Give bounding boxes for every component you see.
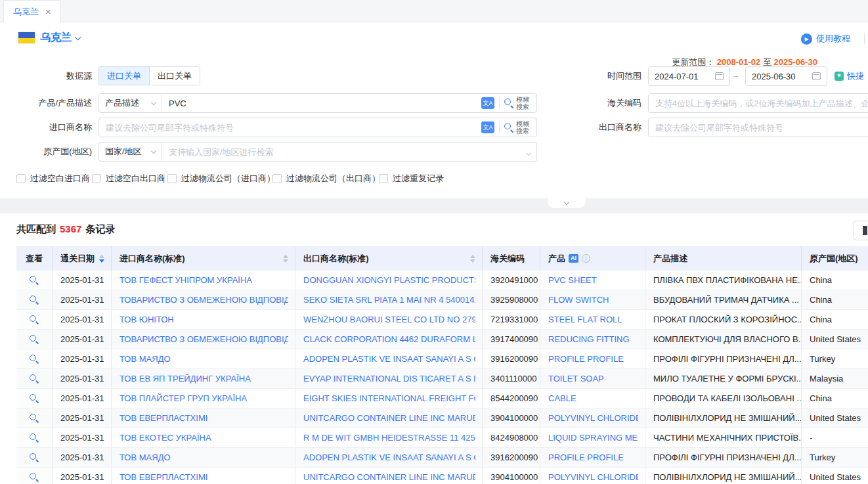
exporter-link[interactable]: EVYAP INTERNATIONAL DIS TICARET A S IS..… — [303, 374, 475, 384]
fuzzy-search-button[interactable]: 模糊搜索 — [504, 120, 532, 135]
exporter-link[interactable]: DONGGUAN XIONGYI PLASTIC PRODUCTS ... — [303, 275, 475, 285]
importer-name-input[interactable] — [99, 118, 481, 137]
quick-range-button[interactable]: ＊ 快捷 — [835, 66, 864, 86]
product-label: 产品/产品描述 — [0, 93, 92, 113]
checkbox-filter-blank-exporter[interactable]: 过滤空白出口商 — [92, 173, 165, 185]
country-dropdown-icon[interactable] — [75, 34, 81, 41]
hs-code-input[interactable] — [648, 93, 868, 113]
exporter-link[interactable]: R M DE WIT GMBH HEIDESTRASSE 11 4254... — [303, 433, 475, 443]
checkbox-icon[interactable] — [272, 174, 282, 183]
exporter-link[interactable]: CLACK CORPORATION 4462 DURAFORM L... — [303, 334, 475, 344]
country-title[interactable]: 乌克兰 — [40, 31, 72, 45]
exporter-link[interactable]: WENZHOU BAORUI STEEL CO LTD NO 2792... — [303, 315, 475, 324]
checkbox-icon[interactable] — [92, 174, 101, 183]
import-declarations-option[interactable]: 进口关单 — [99, 67, 149, 85]
product-type-select[interactable]: 产品描述 — [99, 94, 162, 112]
exporter-name-input[interactable] — [648, 118, 868, 137]
view-row-icon[interactable] — [30, 315, 39, 324]
checkbox-filter-duplicates[interactable]: 过滤重复记录 — [379, 173, 444, 185]
product-link[interactable]: FLOW SWITCH — [548, 295, 609, 305]
importer-link[interactable]: ТОВ ЮНІТОН — [119, 315, 174, 324]
column-header-importer[interactable]: 进口商名称(标准) — [112, 246, 295, 271]
origin-country-input[interactable] — [162, 143, 527, 161]
column-header-product[interactable]: 产品 AI i — [540, 246, 645, 271]
translate-icon[interactable]: 文A — [481, 121, 494, 133]
exporter-link[interactable]: EIGHT SKIES INTERNATIONAL FREIGHT FOR... — [303, 393, 475, 403]
product-link[interactable]: PROFILE PROFILE — [548, 452, 624, 462]
product-link[interactable]: LIQUID SPRAYING ME... — [548, 433, 638, 443]
product-link[interactable]: STEEL FLAT ROLL — [548, 315, 622, 324]
origin-dropdown-icon[interactable] — [527, 147, 531, 157]
calendar-icon[interactable] — [715, 72, 724, 80]
translate-icon[interactable]: 文A — [481, 97, 494, 109]
collapse-filters-button[interactable] — [548, 198, 586, 208]
exporter-link[interactable]: ADOPEN PLASTIK VE INSAAT SANAYI A S O... — [303, 452, 475, 462]
chevron-down-icon — [564, 199, 569, 204]
divider — [499, 122, 500, 133]
importer-link[interactable]: ТОВ ГЕФЕСТ УНІПРОМ УКРАЇНА — [119, 275, 252, 285]
checkbox-filter-logistics-importer[interactable]: 过滤物流公司（进口商） — [167, 173, 275, 185]
importer-link[interactable]: ТОВ МАЯДО — [119, 452, 171, 462]
tab-ukraine[interactable]: 乌克兰 × — [3, 0, 61, 22]
importer-link[interactable]: ТОВАРИСТВО З ОБМЕЖЕНОЮ ВІДПОВІД... — [119, 295, 288, 305]
column-header-view[interactable]: 查看 — [16, 246, 53, 271]
checkbox-filter-blank-importer[interactable]: 过滤空白进口商 — [16, 173, 90, 185]
tutorial-link[interactable]: ▶ 使用教程 — [801, 33, 850, 45]
checkbox-icon[interactable] — [16, 174, 26, 183]
product-link[interactable]: POLYVINYL CHLORIDE — [548, 413, 638, 423]
view-row-icon[interactable] — [30, 374, 39, 384]
exporter-link[interactable]: SEKO SIETA SRL PIATA 1 MAI NR 4 5400141 … — [303, 295, 475, 305]
column-header-exporter[interactable]: 出口商名称(标准) — [295, 246, 483, 271]
toolbar-button-partial[interactable] — [854, 221, 868, 240]
importer-link[interactable]: ТОВ ПЛАЙСТЕР ГРУП УКРАЇНА — [119, 393, 247, 403]
sort-icons[interactable] — [283, 255, 288, 263]
column-header-hs-code[interactable]: 海关编码 — [483, 246, 540, 271]
checkbox-icon[interactable] — [167, 174, 177, 183]
product-link[interactable]: POLYVINYL CHLORIDE — [548, 472, 638, 482]
sort-icons[interactable] — [99, 255, 104, 263]
column-header-description[interactable]: 产品描述 — [645, 246, 802, 271]
importer-link[interactable]: ТОВАРИСТВО З ОБМЕЖЕНОЮ ВІДПОВІД... — [119, 334, 288, 344]
importer-link[interactable]: ТОВ ЕВ ЯП ТРЕЙДИНГ УКРАЇНА — [119, 374, 251, 384]
column-header-date[interactable]: 通关日期 — [53, 246, 112, 271]
exporter-link[interactable]: UNITCARGO CONTAINER LINE INC MARUB... — [303, 472, 475, 482]
exporter-link[interactable]: ADOPEN PLASTIK VE INSAAT SANAYI A S O... — [303, 354, 475, 364]
exporter-label: 出口商名称 — [550, 118, 641, 137]
checkbox-icon[interactable] — [379, 174, 388, 183]
view-row-icon[interactable] — [30, 296, 39, 305]
tab-bar: 乌克兰 × — [0, 0, 868, 22]
start-date-input[interactable]: 2024-07-01 — [648, 66, 730, 86]
importer-link[interactable]: ТОВ ЕВЕРПЛАСТХІМІ — [119, 413, 207, 423]
info-icon[interactable]: i — [582, 254, 590, 263]
importer-link[interactable]: ТОВ ЕВЕРПЛАСТХІМІ — [119, 472, 207, 482]
product-link[interactable]: REDUCING FITTING — [548, 334, 630, 344]
view-row-icon[interactable] — [30, 355, 39, 364]
calendar-icon[interactable] — [812, 72, 821, 80]
product-link[interactable]: PVC SHEET — [548, 275, 597, 285]
view-row-icon[interactable] — [30, 394, 39, 403]
column-header-origin[interactable]: 原产国(地区) — [802, 246, 868, 271]
importer-link[interactable]: ТОВ МАЯДО — [119, 354, 171, 364]
importer-link[interactable]: ТОВ ЕКОТЕС УКРАЇНА — [119, 433, 211, 443]
view-row-icon[interactable] — [30, 335, 39, 344]
origin-type-select[interactable]: 国家/地区 — [99, 143, 162, 161]
product-link[interactable]: CABLE — [548, 393, 576, 403]
view-row-icon[interactable] — [30, 473, 39, 482]
product-search-group: 产品描述 文A 模糊搜索 — [98, 93, 537, 113]
end-date-input[interactable]: 2025-06-30 — [745, 66, 827, 86]
product-link[interactable]: PROFILE PROFILE — [548, 354, 624, 364]
product-link[interactable]: TOILET SOAP — [548, 374, 604, 384]
checkbox-filter-logistics-exporter[interactable]: 过滤物流公司（出口商） — [272, 173, 380, 185]
sort-icons[interactable] — [470, 255, 475, 263]
exporter-link[interactable]: UNITCARGO CONTAINER LINE INC MARUB... — [303, 413, 475, 423]
view-row-icon[interactable] — [30, 276, 39, 285]
view-row-icon[interactable] — [30, 414, 39, 423]
export-declarations-option[interactable]: 出口关单 — [149, 67, 200, 85]
tab-close-icon[interactable]: × — [45, 7, 51, 16]
view-row-icon[interactable] — [30, 433, 39, 443]
product-search-input[interactable] — [162, 94, 481, 112]
quick-range-label: 快捷 — [847, 66, 864, 86]
fuzzy-search-button[interactable]: 模糊搜索 — [504, 96, 532, 110]
view-row-icon[interactable] — [30, 453, 39, 462]
quick-range-icon: ＊ — [835, 72, 844, 81]
